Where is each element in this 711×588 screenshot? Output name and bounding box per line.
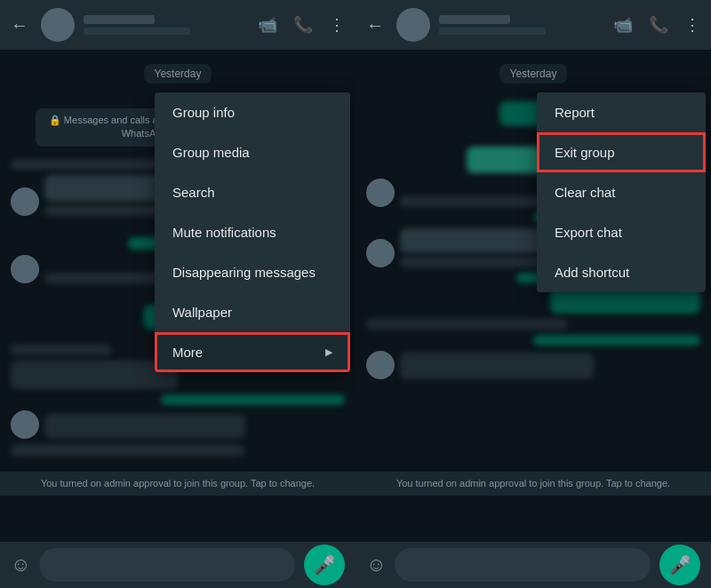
menu-item-search[interactable]: Search — [155, 172, 350, 212]
right-group-members — [439, 28, 546, 35]
menu-item-group-media[interactable]: Group media — [155, 132, 350, 172]
menu-item-report[interactable]: Report — [537, 92, 706, 132]
back-icon-left[interactable]: ← — [11, 15, 28, 36]
right-group-avatar[interactable] — [396, 8, 430, 42]
date-label-left: Yesterday — [144, 64, 212, 83]
left-header-icons: 📹 📞 ⋮ — [258, 15, 345, 35]
right-panel: ← 📹 📞 ⋮ Yesterday 5:24 PM ✓✓ — [356, 0, 711, 588]
message-input-left[interactable] — [39, 548, 295, 582]
right-group-name — [439, 15, 510, 24]
video-call-icon-right[interactable]: 📹 — [613, 15, 633, 35]
left-chat-header: ← 📹 📞 ⋮ — [0, 0, 356, 50]
menu-item-add-shortcut[interactable]: Add shortcut — [537, 252, 706, 292]
avatar-msg2 — [11, 255, 39, 283]
left-panel: ← 📹 📞 ⋮ Yesterday 🔒 Messages and calls a… — [0, 0, 356, 588]
emoji-icon-left[interactable]: ☺ — [11, 553, 30, 576]
voice-call-icon-left[interactable]: 📞 — [293, 15, 313, 35]
avatar-right-1 — [366, 179, 395, 207]
admin-notice-right[interactable]: You turned on admin approval to join thi… — [356, 472, 711, 496]
right-header-icons: 📹 📞 ⋮ — [613, 15, 700, 35]
left-input-bar: ☺ 🎤 — [0, 542, 356, 588]
right-header-info — [439, 15, 604, 35]
admin-notice-left[interactable]: You turned on admin approval to join thi… — [0, 472, 356, 496]
avatar-right-2 — [366, 239, 395, 267]
right-chat-header: ← 📹 📞 ⋮ — [356, 0, 711, 50]
voice-call-icon-right[interactable]: 📞 — [649, 15, 668, 35]
right-input-bar: ☺ 🎤 — [356, 542, 711, 588]
mic-button-left[interactable]: 🎤 — [304, 544, 345, 585]
right-chat-bg: Yesterday 5:24 PM ✓✓ — [356, 50, 711, 542]
right-dropdown-menu: Report Exit group Clear chat Export chat… — [537, 92, 706, 292]
video-call-icon-left[interactable]: 📹 — [258, 15, 277, 35]
left-group-members — [84, 28, 190, 35]
left-chat-bg: Yesterday 🔒 Messages and calls are end-t… — [0, 50, 356, 542]
menu-item-export-chat[interactable]: Export chat — [537, 212, 706, 252]
emoji-icon-right[interactable]: ☺ — [366, 553, 386, 576]
left-dropdown-menu: Group info Group media Search Mute notif… — [155, 92, 350, 372]
menu-item-group-info[interactable]: Group info — [155, 92, 350, 132]
avatar-right-3 — [366, 351, 395, 379]
menu-item-mute[interactable]: Mute notifications — [155, 212, 350, 252]
more-menu-icon-left[interactable]: ⋮ — [329, 15, 345, 35]
avatar-msg3 — [11, 410, 39, 439]
back-icon-right[interactable]: ← — [366, 15, 384, 36]
left-group-avatar[interactable] — [41, 8, 75, 42]
left-group-name — [84, 15, 155, 24]
more-menu-icon-right[interactable]: ⋮ — [684, 15, 700, 35]
menu-item-more[interactable]: More ▶ — [155, 332, 350, 372]
arrow-right-icon: ▶ — [325, 346, 332, 358]
menu-item-exit-group[interactable]: Exit group — [537, 132, 706, 172]
menu-item-disappearing[interactable]: Disappearing messages — [155, 252, 350, 292]
menu-item-wallpaper[interactable]: Wallpaper — [155, 292, 350, 332]
message-input-right[interactable] — [395, 548, 651, 582]
left-header-info — [84, 15, 249, 35]
menu-item-clear-chat[interactable]: Clear chat — [537, 172, 706, 212]
date-label-right: Yesterday — [499, 64, 568, 83]
avatar-msg — [11, 187, 39, 216]
mic-button-right[interactable]: 🎤 — [659, 544, 700, 585]
